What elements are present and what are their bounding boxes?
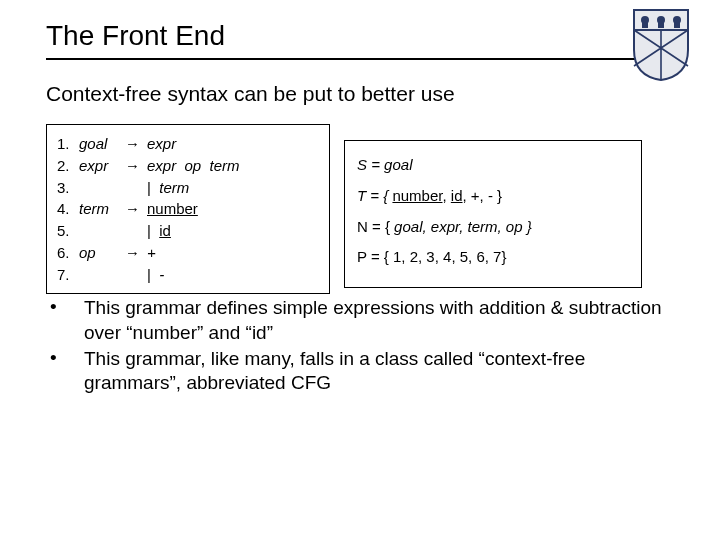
svg-rect-5 (674, 23, 680, 28)
bullet-dot-icon: • (46, 347, 84, 396)
set-N: N = { goal, expr, term, op } (357, 216, 625, 238)
slide-title: The Front End (46, 20, 658, 60)
grammar-rule: 5.| id (57, 220, 315, 242)
grammar-rule: 4.term→number (57, 198, 315, 220)
bullet-item: • This grammar, like many, falls in a cl… (46, 347, 674, 396)
svg-point-0 (641, 16, 649, 24)
crest-logo (630, 6, 692, 82)
grammar-rule: 6.op→+ (57, 242, 315, 264)
grammar-rule: 1.goal→expr (57, 133, 315, 155)
bullet-item: • This grammar defines simple expression… (46, 296, 674, 345)
svg-rect-3 (642, 23, 648, 28)
bullet-list: • This grammar defines simple expression… (46, 296, 674, 395)
grammar-rule: 3.| term (57, 177, 315, 199)
sets-box: S = goal T = { number, id, +, - } N = { … (344, 140, 642, 288)
set-P: P = { 1, 2, 3, 4, 5, 6, 7} (357, 246, 625, 268)
set-T: T = { number, id, +, - } (357, 185, 625, 207)
bullet-dot-icon: • (46, 296, 84, 345)
svg-point-1 (657, 16, 665, 24)
grammar-box: 1.goal→expr 2.expr→expr op term 3.| term… (46, 124, 330, 294)
slide: The Front End Context-free syntax can be… (0, 0, 720, 540)
content-boxes: 1.goal→expr 2.expr→expr op term 3.| term… (46, 124, 674, 294)
svg-point-2 (673, 16, 681, 24)
svg-rect-4 (658, 23, 664, 28)
set-S: S = goal (357, 154, 625, 176)
grammar-rule: 2.expr→expr op term (57, 155, 315, 177)
grammar-rule: 7.| - (57, 264, 315, 286)
slide-subtitle: Context-free syntax can be put to better… (46, 82, 674, 106)
